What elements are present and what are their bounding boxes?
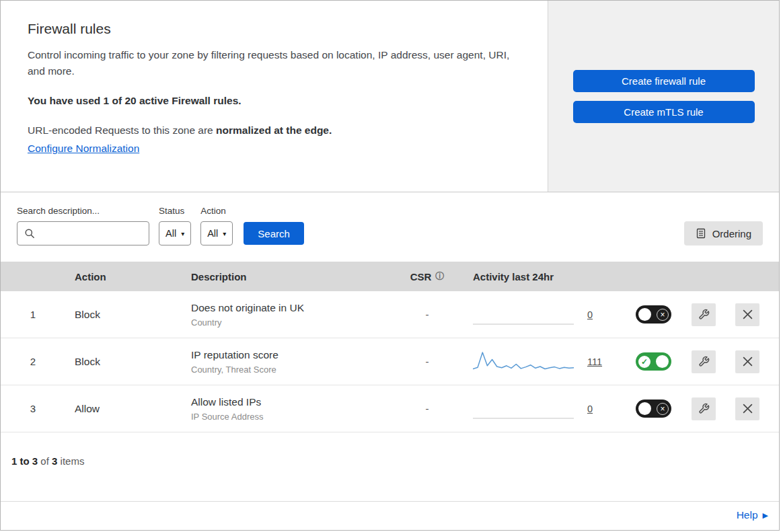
table-header: Action Description CSR ⓘ Activity last 2… (1, 262, 779, 291)
close-icon (743, 356, 753, 367)
rule-delete-cell (722, 303, 772, 326)
close-icon (743, 404, 753, 414)
rule-description: Does not originate in UK (191, 302, 394, 314)
action-dropdown-value: All (207, 228, 218, 239)
usage-summary: You have used 1 of 20 active Firewall ru… (28, 95, 521, 107)
rule-priority: 3 (1, 403, 65, 414)
rule-description: Allow listed IPs (191, 396, 394, 408)
toggle-knob (638, 402, 651, 415)
delete-rule-button[interactable] (735, 350, 759, 373)
arrow-right-icon: ▶ (763, 511, 768, 520)
rule-priority: 2 (1, 356, 65, 367)
table-row: 3 Allow Allow listed IPs IP Source Addre… (1, 385, 779, 432)
create-mtls-rule-button[interactable]: Create mTLS rule (573, 101, 755, 123)
delete-rule-button[interactable] (735, 303, 759, 326)
header-section: Firewall rules Control incoming traffic … (1, 1, 779, 192)
wrench-icon (698, 309, 710, 320)
rule-match-fields: Country (191, 317, 394, 328)
edit-rule-button[interactable] (692, 350, 716, 373)
rule-action: Block (65, 356, 182, 368)
rule-description-cell: IP reputation score Country, Threat Scor… (182, 349, 394, 375)
header-description: Description (182, 271, 394, 282)
table-row: 2 Block IP reputation score Country, Thr… (1, 338, 779, 385)
action-label: Action (200, 206, 233, 216)
rule-enabled-toggle[interactable]: ✓ (636, 352, 671, 371)
help-bar: Help ▶ (1, 501, 779, 530)
header-action: Action (65, 271, 182, 282)
search-group: Search description... (17, 206, 149, 245)
toggle-knob (638, 308, 651, 321)
rule-csr-value: - (394, 356, 461, 367)
x-icon: × (657, 403, 669, 415)
rule-match-fields: IP Source Address (191, 412, 394, 422)
rule-description: IP reputation score (191, 349, 394, 361)
configure-normalization-link[interactable]: Configure Normalization (28, 143, 139, 154)
close-icon (743, 309, 753, 319)
rule-edit-cell (685, 350, 722, 373)
search-button[interactable]: Search (244, 222, 304, 245)
rule-activity-cell: 0 (461, 303, 622, 327)
ordering-button-label: Ordering (712, 228, 751, 239)
activity-count-link[interactable]: 0 (587, 309, 593, 320)
status-dropdown[interactable]: All ▾ (159, 221, 191, 245)
rule-activity-cell: 0 (461, 397, 622, 421)
header-csr-label: CSR (410, 271, 432, 282)
summary-range: 1 to 3 (11, 455, 38, 467)
rule-toggle-cell: ✓ (622, 352, 685, 371)
help-link[interactable]: Help ▶ (737, 509, 768, 521)
rule-delete-cell (722, 397, 772, 420)
chevron-down-icon: ▾ (223, 230, 226, 237)
wrench-icon (698, 356, 710, 367)
status-label: Status (159, 206, 191, 216)
action-filter-group: Action All ▾ (200, 206, 233, 245)
search-icon (24, 228, 35, 239)
rule-csr-value: - (394, 403, 461, 414)
status-filter-group: Status All ▾ (159, 206, 191, 245)
rule-description-cell: Does not originate in UK Country (182, 302, 394, 328)
wrench-icon (698, 403, 710, 414)
rule-enabled-toggle[interactable]: × (636, 305, 671, 324)
header-csr: CSR ⓘ (394, 270, 461, 282)
search-label: Search description... (17, 206, 149, 216)
activity-sparkline-flat (473, 397, 574, 421)
chevron-down-icon: ▾ (181, 230, 184, 237)
ordering-button[interactable]: Ordering (684, 221, 763, 245)
normalization-bold-text: normalized at the edge. (216, 124, 332, 136)
activity-count-link[interactable]: 0 (587, 404, 593, 414)
rules-table: Action Description CSR ⓘ Activity last 2… (1, 262, 779, 432)
summary-of: of (40, 455, 49, 467)
rule-edit-cell (685, 397, 722, 420)
summary-items: items (61, 455, 85, 467)
rule-action: Allow (65, 403, 182, 415)
normalization-note: URL-encoded Requests to this zone are no… (28, 124, 521, 137)
normalization-text: URL-encoded Requests to this zone are (28, 124, 216, 136)
help-label: Help (737, 509, 758, 521)
edit-rule-button[interactable] (692, 303, 716, 326)
table-body: 1 Block Does not originate in UK Country… (1, 291, 779, 432)
search-input-box[interactable] (17, 221, 149, 245)
firewall-rules-page: Firewall rules Control incoming traffic … (0, 0, 780, 531)
rule-enabled-toggle[interactable]: × (636, 400, 671, 418)
header-text-block: Firewall rules Control incoming traffic … (1, 1, 548, 192)
rule-action: Block (65, 309, 182, 321)
activity-count-link[interactable]: 111 (587, 356, 602, 367)
rule-description-cell: Allow listed IPs IP Source Address (182, 396, 394, 422)
page-description: Control incoming traffic to your zone by… (28, 47, 521, 79)
rule-activity-cell: 111 (461, 350, 622, 374)
status-dropdown-value: All (165, 228, 176, 239)
summary-total: 3 (52, 455, 57, 467)
search-input[interactable] (40, 227, 142, 239)
filter-bar: Search description... Status All ▾ Actio… (1, 192, 779, 262)
edit-rule-button[interactable] (692, 397, 716, 420)
table-row: 1 Block Does not originate in UK Country… (1, 291, 779, 338)
page-title: Firewall rules (28, 21, 521, 37)
rule-match-fields: Country, Threat Score (191, 365, 394, 375)
info-icon[interactable]: ⓘ (435, 270, 444, 282)
rule-priority: 1 (1, 309, 65, 320)
delete-rule-button[interactable] (735, 397, 759, 420)
activity-sparkline (473, 350, 574, 374)
create-firewall-rule-button[interactable]: Create firewall rule (573, 70, 755, 92)
activity-sparkline-flat (473, 303, 574, 327)
action-dropdown[interactable]: All ▾ (200, 221, 233, 245)
actions-panel: Create firewall rule Create mTLS rule (548, 1, 779, 192)
